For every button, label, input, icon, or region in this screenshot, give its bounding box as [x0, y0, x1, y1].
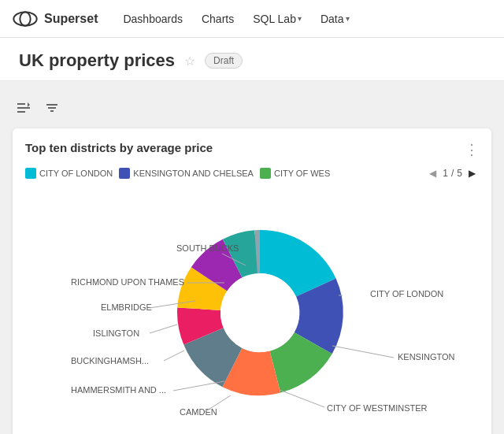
legend-item-2: CITY OF WES	[260, 168, 330, 179]
svg-rect-3	[17, 107, 30, 109]
label-richmond: RICHMOND UPON THAMES	[71, 277, 184, 287]
filter-icon[interactable]	[41, 97, 63, 119]
favorite-star-icon[interactable]: ☆	[184, 54, 195, 69]
superset-logo-icon	[13, 11, 38, 27]
svg-line-15	[150, 325, 177, 333]
chart-svg-wrapper: CITY OF LONDON KENSINGTON AND... CITY OF…	[47, 195, 457, 431]
label-islington: ISLINGTON	[93, 328, 139, 338]
label-hammersmith: HAMMERSMITH AND ...	[71, 385, 166, 395]
brand-logo-area: Superset	[13, 11, 98, 27]
legend-next-btn[interactable]: ▶	[465, 166, 479, 180]
legend-item-0: CITY OF LONDON	[25, 168, 113, 179]
toolbar	[13, 94, 491, 122]
chart-legend: CITY OF LONDON KENSINGTON AND CHELSEA CI…	[25, 166, 479, 180]
label-southbucks: SOUTH BUCKS	[176, 243, 239, 253]
donut-hole	[220, 273, 299, 352]
legend-label-2: CITY OF WES	[274, 169, 330, 178]
donut-chart-svg: CITY OF LONDON KENSINGTON AND... CITY OF…	[47, 195, 457, 431]
label-kensington: KENSINGTON AND...	[398, 352, 457, 362]
nav-sqllab[interactable]: SQL Lab ▾	[246, 9, 308, 28]
chart-title: Top ten districts by average price	[25, 141, 213, 154]
brand-name: Superset	[44, 12, 98, 26]
data-caret-icon: ▾	[346, 14, 350, 23]
page-title: UK property prices	[19, 50, 175, 71]
label-city-london: CITY OF LONDON	[370, 289, 443, 299]
svg-line-13	[173, 381, 224, 391]
svg-line-11	[280, 390, 324, 407]
nav-data[interactable]: Data ▾	[314, 9, 356, 28]
label-camden: CAMDEN	[180, 407, 217, 417]
legend-color-1	[119, 168, 130, 179]
nav-charts[interactable]: Charts	[195, 9, 240, 28]
svg-line-10	[332, 346, 394, 358]
label-westminster: CITY OF WESTMINSTER	[327, 403, 428, 413]
legend-item-1: KENSINGTON AND CHELSEA	[119, 168, 254, 179]
svg-line-12	[205, 395, 231, 412]
label-elmbridge: ELMBRIDGE	[101, 302, 152, 312]
page-header: UK property prices ☆ Draft	[0, 38, 504, 81]
chart-header: Top ten districts by average price ⋮	[25, 141, 479, 158]
donut-chart-container: CITY OF LONDON KENSINGTON AND... CITY OF…	[25, 187, 479, 434]
sqllab-caret-icon: ▾	[298, 14, 302, 23]
nav-links: Dashboards Charts SQL Lab ▾ Data ▾	[117, 9, 355, 28]
legend-page-total: 5	[457, 168, 462, 179]
legend-color-0	[25, 168, 36, 179]
legend-label-0: CITY OF LONDON	[39, 169, 113, 178]
draft-badge: Draft	[205, 53, 243, 69]
chart-options-icon[interactable]: ⋮	[465, 141, 479, 158]
svg-marker-5	[28, 102, 30, 107]
legend-label-1: KENSINGTON AND CHELSEA	[133, 169, 254, 178]
nav-dashboards[interactable]: Dashboards	[117, 9, 189, 28]
chart-card: Top ten districts by average price ⋮ CIT…	[13, 128, 491, 434]
svg-point-1	[20, 12, 30, 25]
legend-page-current: 1	[443, 168, 448, 179]
legend-pagination: ◀ 1/5 ▶	[426, 166, 479, 180]
content-area: Top ten districts by average price ⋮ CIT…	[0, 81, 504, 432]
legend-prev-btn[interactable]: ◀	[426, 166, 439, 180]
collapse-sidebar-icon[interactable]	[13, 97, 35, 119]
svg-line-14	[164, 351, 184, 361]
label-bucks: BUCKINGHAMSH...	[71, 356, 149, 365]
svg-rect-2	[17, 103, 25, 105]
svg-point-0	[13, 12, 36, 25]
navbar: Superset Dashboards Charts SQL Lab ▾ Dat…	[0, 0, 504, 38]
svg-rect-4	[17, 111, 25, 113]
legend-color-2	[260, 168, 271, 179]
